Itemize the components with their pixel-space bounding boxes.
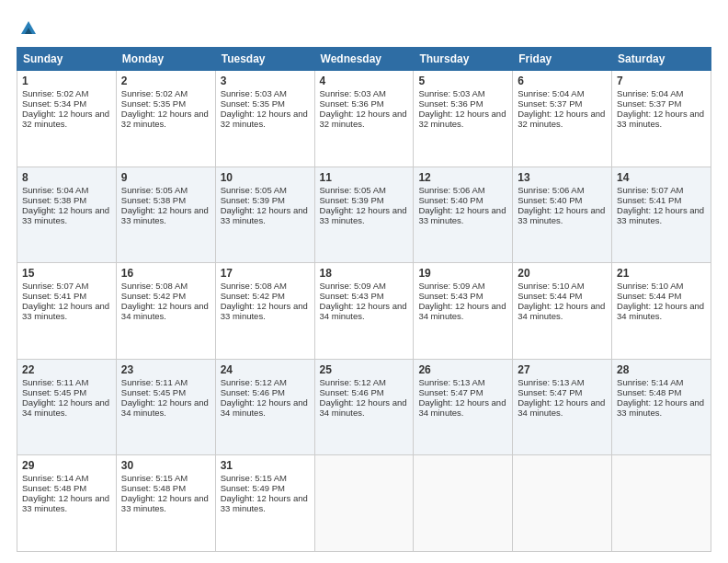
sunrise-label: Sunrise: 5:14 AM [22, 473, 88, 483]
daylight-label: Daylight: 12 hours and 34 minutes. [617, 301, 704, 321]
day-cell-6: 6 Sunrise: 5:04 AM Sunset: 5:37 PM Dayli… [513, 70, 612, 167]
sunrise-label: Sunrise: 5:09 AM [418, 281, 484, 291]
day-number: 8 [22, 171, 111, 184]
sunset-label: Sunset: 5:43 PM [320, 291, 384, 301]
weekday-monday: Monday [116, 47, 215, 70]
weekday-saturday: Saturday [612, 47, 711, 70]
sunrise-label: Sunrise: 5:09 AM [320, 281, 386, 291]
day-number: 21 [617, 267, 706, 280]
day-number: 1 [22, 75, 111, 87]
sunrise-label: Sunrise: 5:11 AM [22, 377, 88, 387]
daylight-label: Daylight: 12 hours and 33 minutes. [121, 205, 209, 225]
sunrise-label: Sunrise: 5:10 AM [617, 281, 683, 291]
sunset-label: Sunset: 5:39 PM [320, 195, 384, 205]
day-cell-19: 19 Sunrise: 5:09 AM Sunset: 5:43 PM Dayl… [414, 263, 513, 360]
daylight-label: Daylight: 12 hours and 33 minutes. [221, 493, 308, 513]
day-cell-1: 1 Sunrise: 5:02 AM Sunset: 5:34 PM Dayli… [17, 70, 117, 167]
sunrise-label: Sunrise: 5:15 AM [121, 473, 188, 483]
sunset-label: Sunset: 5:46 PM [320, 387, 384, 397]
daylight-label: Daylight: 12 hours and 33 minutes. [22, 205, 109, 225]
sunset-label: Sunset: 5:44 PM [518, 291, 582, 301]
logo-icon [18, 17, 39, 38]
page: SundayMondayTuesdayWednesdayThursdayFrid… [0, 0, 728, 563]
daylight-label: Daylight: 12 hours and 32 minutes. [518, 109, 605, 129]
sunrise-label: Sunrise: 5:03 AM [418, 88, 484, 98]
sunrise-label: Sunrise: 5:15 AM [221, 473, 287, 483]
week-row-5: 29 Sunrise: 5:14 AM Sunset: 5:48 PM Dayl… [17, 455, 711, 552]
sunrise-label: Sunrise: 5:04 AM [617, 88, 683, 98]
day-cell-17: 17 Sunrise: 5:08 AM Sunset: 5:42 PM Dayl… [215, 263, 314, 360]
daylight-label: Daylight: 12 hours and 33 minutes. [617, 205, 704, 225]
logo-text [17, 17, 39, 38]
day-number: 27 [518, 363, 607, 376]
sunrise-label: Sunrise: 5:11 AM [121, 377, 188, 387]
sunrise-label: Sunrise: 5:13 AM [418, 377, 484, 387]
sunset-label: Sunset: 5:34 PM [22, 98, 86, 109]
day-cell-30: 30 Sunrise: 5:15 AM Sunset: 5:48 PM Dayl… [116, 455, 215, 552]
day-cell-4: 4 Sunrise: 5:03 AM Sunset: 5:36 PM Dayli… [314, 70, 414, 167]
sunset-label: Sunset: 5:37 PM [518, 98, 582, 109]
daylight-label: Daylight: 12 hours and 33 minutes. [22, 493, 109, 513]
sunset-label: Sunset: 5:41 PM [617, 195, 681, 205]
day-cell-21: 21 Sunrise: 5:10 AM Sunset: 5:44 PM Dayl… [612, 263, 711, 360]
day-cell-15: 15 Sunrise: 5:07 AM Sunset: 5:41 PM Dayl… [17, 263, 117, 360]
day-number: 30 [121, 459, 210, 472]
sunset-label: Sunset: 5:36 PM [418, 98, 483, 109]
sunrise-label: Sunrise: 5:06 AM [518, 185, 584, 195]
sunset-label: Sunset: 5:38 PM [22, 195, 86, 205]
day-cell-9: 9 Sunrise: 5:05 AM Sunset: 5:38 PM Dayli… [116, 167, 215, 263]
day-number: 16 [121, 267, 210, 280]
day-cell-27: 27 Sunrise: 5:13 AM Sunset: 5:47 PM Dayl… [513, 359, 612, 455]
sunrise-label: Sunrise: 5:13 AM [518, 377, 584, 387]
sunset-label: Sunset: 5:48 PM [22, 483, 86, 493]
sunset-label: Sunset: 5:42 PM [221, 291, 285, 301]
daylight-label: Daylight: 12 hours and 34 minutes. [221, 397, 308, 418]
day-cell-31: 31 Sunrise: 5:15 AM Sunset: 5:49 PM Dayl… [215, 455, 314, 552]
day-cell-13: 13 Sunrise: 5:06 AM Sunset: 5:40 PM Dayl… [513, 167, 612, 263]
daylight-label: Daylight: 12 hours and 34 minutes. [121, 301, 209, 321]
sunrise-label: Sunrise: 5:04 AM [22, 185, 88, 195]
daylight-label: Daylight: 12 hours and 33 minutes. [221, 301, 308, 321]
day-number: 7 [617, 75, 706, 87]
daylight-label: Daylight: 12 hours and 34 minutes. [418, 397, 506, 418]
sunset-label: Sunset: 5:40 PM [418, 195, 483, 205]
sunset-label: Sunset: 5:40 PM [518, 195, 582, 205]
day-cell-29: 29 Sunrise: 5:14 AM Sunset: 5:48 PM Dayl… [17, 455, 117, 552]
day-number: 20 [518, 267, 607, 280]
sunset-label: Sunset: 5:38 PM [121, 195, 186, 205]
day-cell-7: 7 Sunrise: 5:04 AM Sunset: 5:37 PM Dayli… [612, 70, 711, 167]
day-number: 6 [518, 75, 607, 87]
day-cell-23: 23 Sunrise: 5:11 AM Sunset: 5:45 PM Dayl… [116, 359, 215, 455]
sunset-label: Sunset: 5:41 PM [22, 291, 86, 301]
sunset-label: Sunset: 5:43 PM [418, 291, 483, 301]
empty-cell [612, 455, 711, 552]
day-number: 15 [22, 267, 111, 280]
day-number: 19 [418, 267, 507, 280]
day-cell-8: 8 Sunrise: 5:04 AM Sunset: 5:38 PM Dayli… [17, 167, 117, 263]
sunrise-label: Sunrise: 5:02 AM [22, 88, 88, 98]
day-number: 5 [418, 75, 507, 87]
day-number: 12 [418, 171, 507, 184]
day-number: 18 [320, 267, 409, 280]
daylight-label: Daylight: 12 hours and 33 minutes. [418, 205, 506, 225]
empty-cell [513, 455, 612, 552]
day-cell-26: 26 Sunrise: 5:13 AM Sunset: 5:47 PM Dayl… [414, 359, 513, 455]
daylight-label: Daylight: 12 hours and 32 minutes. [418, 109, 506, 129]
weekday-tuesday: Tuesday [215, 47, 314, 70]
sunset-label: Sunset: 5:48 PM [617, 387, 681, 397]
sunset-label: Sunset: 5:48 PM [121, 483, 186, 493]
sunset-label: Sunset: 5:47 PM [418, 387, 483, 397]
day-number: 13 [518, 171, 607, 184]
day-cell-18: 18 Sunrise: 5:09 AM Sunset: 5:43 PM Dayl… [314, 263, 414, 360]
daylight-label: Daylight: 12 hours and 33 minutes. [22, 301, 109, 321]
day-number: 10 [221, 171, 310, 184]
daylight-label: Daylight: 12 hours and 34 minutes. [320, 397, 407, 418]
day-cell-16: 16 Sunrise: 5:08 AM Sunset: 5:42 PM Dayl… [116, 263, 215, 360]
week-row-4: 22 Sunrise: 5:11 AM Sunset: 5:45 PM Dayl… [17, 359, 711, 455]
day-cell-20: 20 Sunrise: 5:10 AM Sunset: 5:44 PM Dayl… [513, 263, 612, 360]
sunrise-label: Sunrise: 5:12 AM [320, 377, 386, 387]
sunset-label: Sunset: 5:49 PM [221, 483, 285, 493]
day-number: 23 [121, 363, 210, 376]
weekday-header-row: SundayMondayTuesdayWednesdayThursdayFrid… [17, 47, 711, 70]
sunrise-label: Sunrise: 5:08 AM [221, 281, 287, 291]
